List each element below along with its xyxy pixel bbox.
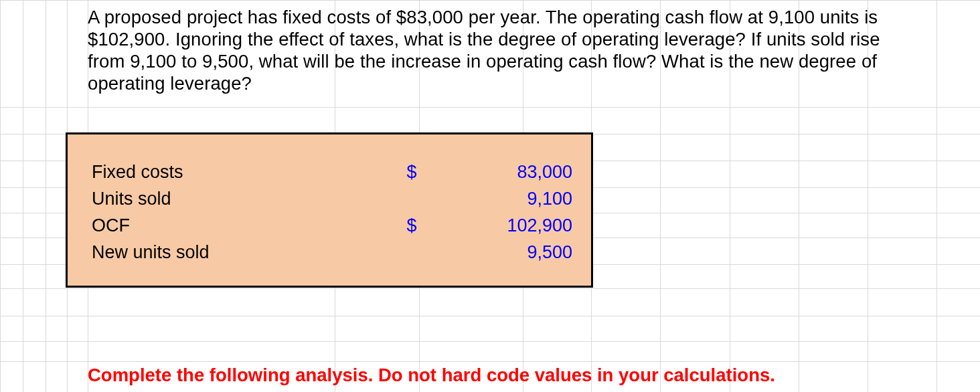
label-new-units: New units sold [92,242,210,263]
value-fixed-costs[interactable]: 83,000 [479,162,572,183]
instruction-text: Complete the following analysis. Do not … [88,365,911,386]
given-data-box: Fixed costs $ 83,000 Units sold 9,100 OC… [66,132,593,288]
label-units-sold: Units sold [92,189,171,209]
currency-symbol: $ [404,162,420,183]
row-ocf: OCF $ 102,900 [68,212,591,239]
problem-statement: A proposed project has fixed costs of $8… [88,6,911,94]
label-fixed-costs: Fixed costs [92,162,183,183]
value-units-sold[interactable]: 9,100 [479,189,572,209]
row-units-sold: Units sold 9,100 [68,185,591,212]
currency-symbol: $ [404,215,420,236]
row-new-units-sold: New units sold 9,500 [68,239,591,266]
row-fixed-costs: Fixed costs $ 83,000 [68,159,591,185]
value-new-units[interactable]: 9,500 [479,242,572,263]
label-ocf: OCF [92,215,130,236]
spreadsheet[interactable]: A proposed project has fixed costs of $8… [0,0,980,392]
value-ocf[interactable]: 102,900 [479,215,572,236]
